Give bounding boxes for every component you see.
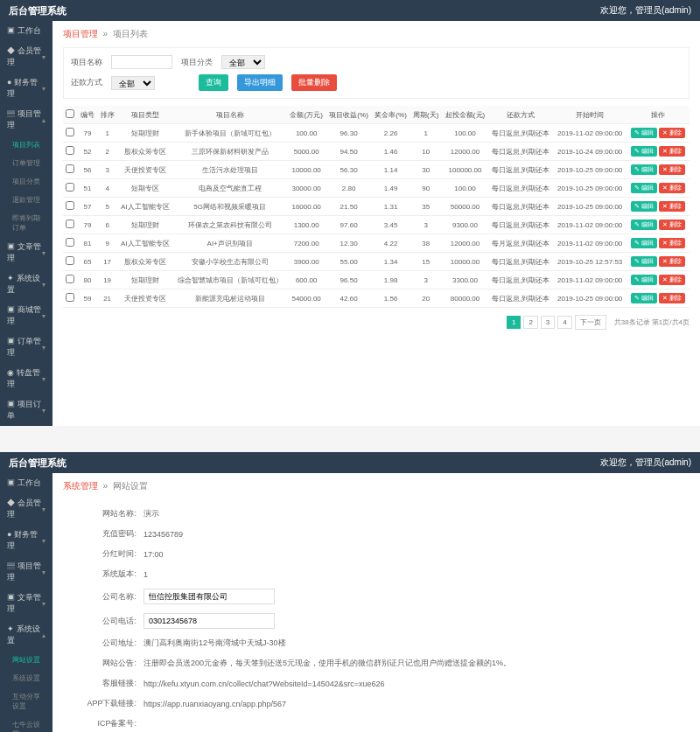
row-checkbox[interactable]	[66, 146, 74, 155]
cell-name: 安徽小学校生态有限公司	[173, 253, 287, 271]
sidebar-item[interactable]: ▤ 项目管理▾	[0, 556, 52, 588]
row-checkbox[interactable]	[66, 293, 74, 302]
sidebar: ▣ 工作台◆ 会员管理▾● 财务管理▾▤ 项目管理▴项目列表订单管理项目分类退款…	[0, 21, 52, 426]
column-header: 项目收益(%)	[326, 106, 372, 124]
cell-pay: 每日返息,到期还本	[488, 124, 554, 143]
sidebar-subitem[interactable]: 互动分享设置	[0, 687, 52, 715]
table-row: 6517股权众筹专区安徽小学校生态有限公司3900.0055.001.34151…	[63, 253, 690, 271]
row-checkbox[interactable]	[66, 275, 74, 283]
cell-name: 电商及空气能直工程	[173, 179, 287, 198]
search-button[interactable]: 查询	[199, 74, 228, 91]
sidebar-item[interactable]: ▣ 工作台	[0, 21, 52, 41]
delete-button[interactable]: ✕ 删除	[659, 256, 685, 267]
cell-time: 2019-11-02 09:00:00	[554, 234, 626, 253]
sidebar-item[interactable]: ▣ 订单管理▾	[0, 331, 52, 363]
edit-button[interactable]: ✎ 编辑	[631, 256, 657, 267]
batch-delete-button[interactable]: 批量删除	[291, 74, 337, 91]
edit-button[interactable]: ✎ 编辑	[631, 275, 657, 285]
page-number[interactable]: 2	[523, 316, 537, 329]
sidebar-item[interactable]: ▣ 工作台	[0, 473, 52, 493]
sidebar-item[interactable]: ✦ 系统设置▾	[0, 268, 52, 300]
cell-min: 100000.00	[442, 161, 488, 179]
edit-button[interactable]: ✎ 编辑	[631, 220, 657, 230]
page-number[interactable]: 1	[507, 316, 521, 329]
sidebar-subitem[interactable]: 网站设置	[0, 651, 52, 669]
select-category[interactable]: 全部	[221, 55, 265, 69]
delete-button[interactable]: ✕ 删除	[659, 201, 685, 212]
sidebar-item[interactable]: ▣ 文章管理▾	[0, 588, 52, 619]
delete-button[interactable]: ✕ 删除	[659, 238, 685, 248]
row-checkbox[interactable]	[66, 201, 74, 210]
delete-button[interactable]: ✕ 删除	[659, 293, 685, 303]
sidebar-item[interactable]: ◆ 会员管理▾	[0, 41, 52, 73]
input-project-name[interactable]	[111, 55, 172, 69]
row-checkbox[interactable]	[66, 128, 74, 136]
delete-button[interactable]: ✕ 删除	[659, 183, 685, 193]
sidebar-subitem[interactable]: 退款管理	[0, 191, 52, 209]
form-input[interactable]	[144, 589, 275, 604]
breadcrumb-section[interactable]: 系统管理	[63, 481, 98, 491]
sidebar-item[interactable]: ● 财务管理▾	[0, 525, 52, 556]
sidebar-subitem[interactable]: 即将到期订单	[0, 209, 52, 237]
cell-name: 三原环保新材料研发产品	[173, 143, 287, 161]
cell-yield: 2.80	[326, 179, 372, 198]
sidebar-subitem[interactable]: 订单管理	[0, 154, 52, 172]
sidebar-item[interactable]: ▣ 项目订单▾	[0, 394, 52, 426]
form-input[interactable]	[144, 613, 275, 629]
row-checkbox[interactable]	[66, 183, 74, 192]
edit-button[interactable]: ✎ 编辑	[631, 238, 657, 248]
edit-button[interactable]: ✎ 编辑	[631, 146, 657, 157]
delete-button[interactable]: ✕ 删除	[659, 275, 685, 285]
cell-type: 短期理财	[117, 271, 173, 289]
sidebar-item[interactable]: ▤ 项目管理▴	[0, 104, 52, 136]
cell-yield: 96.50	[326, 271, 372, 289]
column-header: 金额(万元)	[287, 106, 326, 124]
page-number[interactable]: 3	[541, 316, 555, 329]
column-header: 开始时间	[554, 106, 626, 124]
sidebar-subitem[interactable]: 项目分类	[0, 172, 52, 191]
sidebar-item[interactable]: ● 财务管理▾	[0, 73, 52, 104]
select-payment[interactable]: 全部	[111, 76, 155, 90]
edit-button[interactable]: ✎ 编辑	[631, 293, 657, 303]
cell-bonus: 3.45	[372, 216, 410, 234]
row-checkbox[interactable]	[66, 238, 74, 247]
delete-button[interactable]: ✕ 删除	[659, 146, 685, 157]
cell-amount: 5000.00	[287, 143, 326, 161]
label-project-name: 项目名称	[71, 57, 102, 68]
delete-button[interactable]: ✕ 删除	[659, 220, 685, 230]
delete-button[interactable]: ✕ 删除	[659, 128, 685, 138]
cell-id: 65	[78, 253, 98, 271]
breadcrumb-section[interactable]: 项目管理	[63, 29, 98, 38]
projects-table: 编号排序项目类型项目名称金额(万元)项目收益(%)奖金率(%)周期(天)起投金额…	[63, 106, 690, 308]
sidebar-subitem[interactable]: 项目列表	[0, 136, 52, 154]
row-checkbox[interactable]	[66, 220, 74, 228]
row-checkbox[interactable]	[66, 256, 74, 265]
sidebar-subitem[interactable]: 系统设置	[0, 669, 52, 687]
sidebar-item[interactable]: ◆ 会员管理▾	[0, 493, 52, 525]
cell-min: 12000.00	[442, 143, 488, 161]
cell-type: AI人工智能专区	[117, 198, 173, 216]
edit-button[interactable]: ✎ 编辑	[631, 164, 657, 175]
welcome-text[interactable]: 欢迎您，管理员(admin)	[600, 457, 691, 469]
sidebar-item[interactable]: ▣ 文章管理▾	[0, 237, 52, 268]
export-button[interactable]: 导出明细	[237, 74, 283, 91]
main-content: 系统管理 » 网站设置 网站名称:演示充值密码:123456789分红时间:17…	[52, 473, 700, 732]
sidebar-item[interactable]: ✦ 系统设置▴	[0, 619, 52, 651]
delete-button[interactable]: ✕ 删除	[659, 164, 685, 175]
edit-button[interactable]: ✎ 编辑	[631, 128, 657, 138]
edit-button[interactable]: ✎ 编辑	[631, 183, 657, 193]
sidebar-subitem[interactable]: 七牛云设置	[0, 715, 52, 732]
form-value: 注册即会员送200元金券，每天签到还送5元现金，使用手机的微信群别证只记也用户尚…	[144, 658, 511, 669]
welcome-text[interactable]: 欢迎您，管理员(admin)	[600, 4, 691, 17]
page-number[interactable]: 4	[557, 316, 571, 329]
next-page[interactable]: 下一页	[575, 315, 606, 330]
cell-pay: 每日返息,到期还本	[488, 253, 554, 271]
cell-name: 5G网络和视频采暖项目	[173, 198, 287, 216]
cell-bonus: 1.56	[372, 289, 410, 308]
sidebar-item[interactable]: ◉ 转盘管理▾	[0, 363, 52, 394]
cell-min: 3300.00	[442, 271, 488, 289]
edit-button[interactable]: ✎ 编辑	[631, 201, 657, 212]
sidebar-item[interactable]: ▣ 商城管理▾	[0, 300, 52, 331]
select-all-checkbox[interactable]	[66, 109, 74, 118]
row-checkbox[interactable]	[66, 164, 74, 173]
